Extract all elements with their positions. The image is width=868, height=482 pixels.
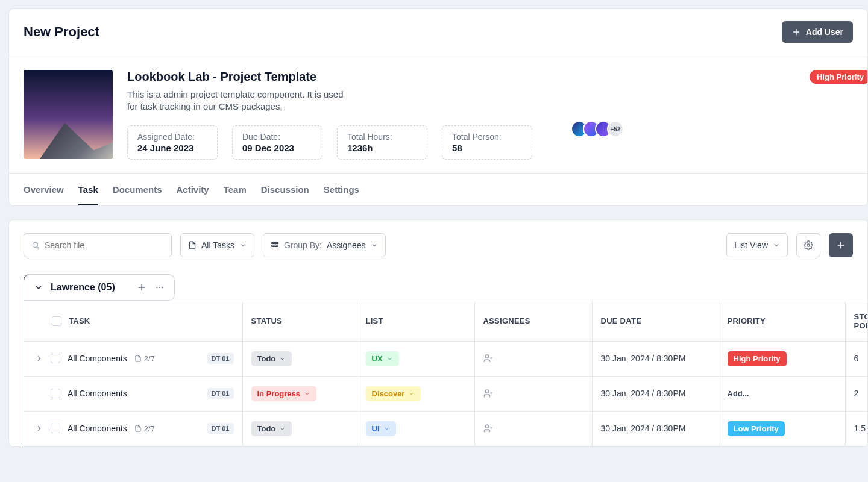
project-body: Lookbook Lab - Project Template This is …	[9, 55, 867, 174]
stat-due-date: Due Date: 09 Dec 2023	[232, 125, 322, 160]
row-checkbox[interactable]	[51, 424, 60, 433]
user-plus-icon	[483, 389, 493, 398]
search-icon	[31, 241, 40, 249]
tab-activity[interactable]: Activity	[176, 174, 209, 205]
row-checkbox[interactable]	[51, 389, 60, 398]
col-status: STATUS	[242, 301, 357, 341]
plus-icon	[791, 27, 801, 37]
user-plus-icon	[483, 424, 493, 433]
list-pill[interactable]: Discover	[366, 386, 421, 401]
task-name[interactable]: All Components	[68, 424, 127, 433]
settings-button[interactable]	[796, 233, 820, 257]
avatar-stack[interactable]: +52	[576, 120, 624, 137]
chevron-down-icon	[371, 242, 378, 249]
story-points: 6	[845, 341, 868, 376]
project-description: This is a admin project template compone…	[127, 89, 356, 113]
user-plus-icon	[483, 354, 493, 363]
subtask-count: 2/7	[134, 424, 155, 433]
file-icon	[134, 425, 142, 432]
svg-point-7	[485, 355, 488, 358]
add-assignee-button[interactable]	[483, 389, 583, 398]
stat-assigned-date: Assigned Date: 24 June 2023	[127, 125, 218, 160]
story-points: 2	[845, 376, 868, 411]
col-list: LIST	[357, 301, 474, 341]
task-list-card: All Tasks Group By: Assignees List View …	[8, 219, 868, 447]
tab-discussion[interactable]: Discussion	[261, 174, 309, 205]
group-header[interactable]: Lawrence (05)	[24, 274, 175, 301]
subtask-count: 2/7	[134, 354, 155, 363]
group-by-dropdown[interactable]: Group By: Assignees	[263, 233, 386, 257]
svg-point-0	[33, 242, 37, 247]
group-title: Lawrence (05)	[51, 282, 115, 293]
add-task-button[interactable]	[829, 233, 853, 257]
col-task: TASK	[24, 301, 242, 341]
add-user-label: Add User	[806, 27, 843, 37]
task-tag: DT 01	[207, 388, 234, 399]
col-assignees: ASSIGNEES	[474, 301, 592, 341]
filter-all-tasks[interactable]: All Tasks	[180, 233, 254, 257]
status-pill[interactable]: Todo	[251, 421, 292, 436]
chevron-right-icon[interactable]	[35, 424, 43, 433]
chevron-down-icon	[773, 242, 780, 249]
search-input[interactable]	[45, 240, 164, 250]
layers-icon	[271, 241, 279, 249]
project-card: New Project Add User Lookbook Lab - Proj…	[8, 8, 868, 206]
col-priority: PRIORITY	[719, 301, 845, 341]
priority-pill[interactable]: High Priority	[728, 351, 787, 366]
file-icon	[188, 241, 197, 249]
plus-icon[interactable]	[137, 283, 146, 292]
col-due-date: DUE DATE	[592, 301, 719, 341]
search-input-wrapper[interactable]	[24, 233, 172, 257]
project-name: Lookbook Lab - Project Template	[127, 70, 356, 84]
project-titlebar: New Project Add User	[9, 9, 867, 55]
tab-overview[interactable]: Overview	[24, 174, 64, 205]
priority-badge: High Priority	[810, 70, 868, 84]
project-stats: Assigned Date: 24 June 2023 Due Date: 09…	[127, 125, 532, 160]
task-tag: DT 01	[207, 423, 234, 434]
status-pill[interactable]: In Progress	[251, 386, 317, 401]
due-date: 30 Jan, 2024 / 8:30PM	[592, 376, 719, 411]
stat-total-person: Total Person: 58	[442, 125, 532, 160]
file-icon	[134, 355, 142, 362]
project-info: Lookbook Lab - Project Template This is …	[127, 70, 356, 113]
svg-point-3	[807, 244, 810, 246]
page-title: New Project	[24, 24, 99, 40]
tab-documents[interactable]: Documents	[113, 174, 162, 205]
view-dropdown[interactable]: List View	[726, 233, 788, 257]
tab-task[interactable]: Task	[78, 174, 98, 205]
svg-rect-2	[272, 245, 278, 246]
tab-settings[interactable]: Settings	[324, 174, 359, 205]
svg-point-8	[485, 390, 488, 393]
task-table: TASK STATUS LIST ASSIGNEES DUE DATE PRIO…	[24, 301, 868, 446]
priority-pill[interactable]: Low Priority	[728, 421, 785, 436]
row-checkbox[interactable]	[51, 354, 60, 363]
list-pill[interactable]: UX	[366, 351, 399, 366]
more-icon[interactable]	[155, 283, 165, 292]
col-story: STORY POINT	[845, 301, 868, 341]
table-header-row: TASK STATUS LIST ASSIGNEES DUE DATE PRIO…	[24, 301, 868, 341]
svg-rect-1	[272, 242, 278, 243]
avatar-more[interactable]: +52	[607, 120, 624, 137]
select-all-checkbox[interactable]	[52, 316, 61, 326]
due-date: 30 Jan, 2024 / 8:30PM	[592, 411, 719, 446]
table-row: All Components 2/7 DT 01 Todo UX	[24, 341, 868, 376]
add-assignee-button[interactable]	[483, 424, 583, 433]
svg-point-9	[485, 425, 488, 428]
svg-point-4	[156, 286, 157, 287]
task-name[interactable]: All Components	[68, 354, 127, 363]
chevron-down-icon	[383, 425, 390, 432]
task-name[interactable]: All Components	[68, 389, 127, 398]
add-user-button[interactable]: Add User	[782, 21, 853, 43]
task-tag: DT 01	[207, 353, 234, 364]
due-date: 30 Jan, 2024 / 8:30PM	[592, 341, 719, 376]
add-assignee-button[interactable]	[483, 354, 583, 363]
list-pill[interactable]: UI	[366, 421, 396, 436]
gear-icon	[804, 240, 813, 250]
chevron-down-icon	[304, 390, 310, 397]
chevron-right-icon[interactable]	[35, 354, 43, 363]
tab-team[interactable]: Team	[224, 174, 247, 205]
chevron-down-icon	[239, 242, 247, 249]
status-pill[interactable]: Todo	[251, 351, 292, 366]
priority-pill[interactable]: Add...	[728, 389, 749, 398]
project-thumbnail	[24, 70, 113, 159]
